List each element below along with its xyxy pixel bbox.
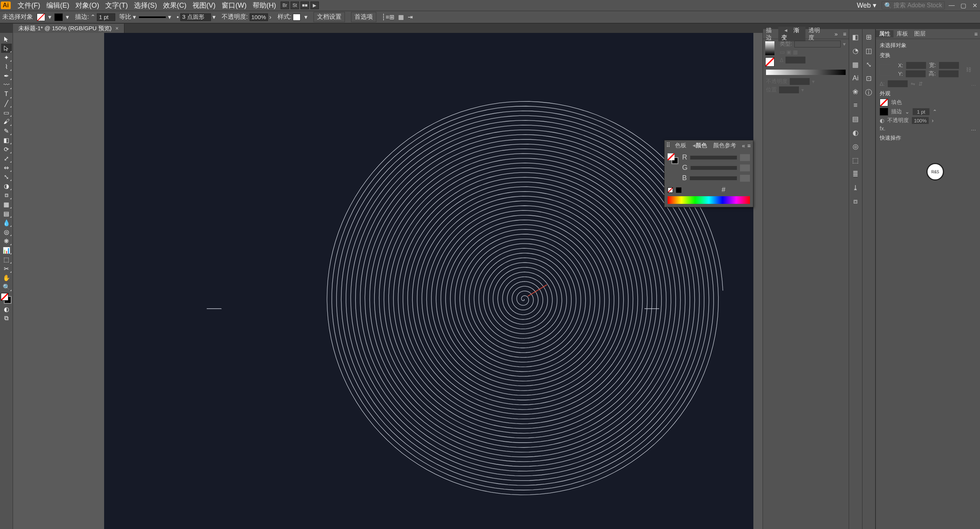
b-value[interactable] [740, 175, 750, 182]
stroke-profile[interactable]: 等比 [119, 13, 131, 21]
g-value[interactable] [740, 164, 750, 171]
selection-tool[interactable] [1, 34, 12, 44]
magic-wand-tool[interactable]: ✦ [1, 53, 12, 62]
r-slider[interactable] [690, 156, 737, 160]
appearance-icon[interactable]: ◎ [853, 142, 859, 151]
artboard-tool[interactable]: ⬚ [1, 255, 12, 264]
eraser-tool[interactable]: ◧ [1, 135, 12, 145]
increase-stroke-icon[interactable]: ⌃ [933, 109, 937, 115]
preferences-button[interactable]: 首选项 [351, 12, 376, 22]
opacity-icon[interactable]: ◐ [880, 117, 884, 124]
gradient-type-select[interactable] [794, 41, 841, 47]
more-options-icon[interactable]: … [971, 81, 976, 87]
tab-libraries[interactable]: 库板 [893, 30, 911, 37]
layers-icon[interactable]: ≣ [853, 170, 858, 178]
close-tab-icon[interactable]: × [116, 25, 119, 31]
panel-grip-icon[interactable]: ⠿ [665, 142, 672, 149]
color-themes-icon[interactable]: ◔ [853, 47, 859, 55]
angle-field[interactable] [888, 80, 908, 87]
panel-fill-stroke[interactable] [668, 153, 678, 164]
rectangle-tool[interactable]: ▭ [1, 108, 12, 117]
gpu-icon[interactable]: ▶ [310, 2, 319, 9]
minimize-button[interactable]: — [947, 1, 956, 10]
reference-point[interactable] [880, 64, 891, 75]
gradient-icon[interactable]: ▤ [852, 115, 859, 123]
snap-icon[interactable]: ▦ [398, 13, 404, 21]
gradient-ramp[interactable] [766, 70, 846, 75]
flip-h-icon[interactable]: ⇋ [911, 81, 915, 87]
fill-color-swatch[interactable] [880, 99, 888, 106]
gradient-tool[interactable]: ▤ [1, 209, 12, 218]
graphic-styles-icon[interactable]: ⬚ [852, 156, 859, 164]
paintbrush-tool[interactable]: 🖌 [1, 117, 12, 126]
mesh-tool[interactable]: ▦ [1, 200, 12, 209]
dock-menu-icon[interactable]: ≡ [841, 31, 849, 37]
pathfinder-icon[interactable]: ◫ [866, 47, 872, 55]
color-spectrum[interactable] [668, 196, 750, 204]
brush-preview[interactable] [139, 16, 166, 18]
align-toggle-icon[interactable]: ⊞ [389, 13, 394, 21]
document-setup-button[interactable]: 文档设置 [314, 12, 345, 22]
tab-layers[interactable]: 图层 [911, 30, 929, 37]
pen-tool[interactable]: ✒ [1, 71, 12, 80]
brushes-icon[interactable]: Ai [853, 74, 859, 82]
stroke-color-swatch[interactable] [880, 108, 888, 116]
search-stock[interactable]: 🔍 搜索 Adobe Stock [882, 1, 945, 10]
stock-icon[interactable]: St [291, 2, 299, 9]
appearance-more-icon[interactable]: … [971, 125, 976, 132]
color-icon[interactable]: ◧ [852, 33, 859, 41]
menu-effect[interactable]: 效果(C) [160, 0, 189, 11]
opacity-input[interactable] [250, 13, 268, 21]
menu-window[interactable]: 窗口(W) [219, 0, 250, 11]
scale-tool[interactable]: ⤢ [1, 154, 12, 163]
chevron-right-icon[interactable]: › [270, 14, 271, 21]
tab-color[interactable]: ◂颜色 [689, 142, 710, 149]
h-field[interactable] [939, 70, 959, 77]
maximize-button[interactable]: ▢ [959, 1, 968, 10]
more-icon[interactable]: ┆≡ [382, 13, 389, 21]
stroke-weight-input[interactable] [97, 13, 115, 21]
fx-button[interactable]: fx. [880, 125, 885, 132]
decrease-stroke-icon[interactable]: ⌄ [905, 109, 910, 115]
lasso-tool[interactable]: ⌇ [1, 62, 12, 71]
perspective-tool[interactable]: ⧈ [1, 190, 12, 200]
menu-edit[interactable]: 编辑(E) [43, 0, 72, 11]
blend-tool[interactable]: ◎ [1, 227, 12, 236]
navigator-icon[interactable]: ⊡ [866, 74, 872, 83]
document-tab[interactable]: 未标题-1* @ 150% (RGB/GPU 预览) × [13, 24, 124, 33]
menu-file[interactable]: 文件(F) [15, 0, 43, 11]
b-slider[interactable] [690, 176, 737, 180]
rotate-tool[interactable]: ⟳ [1, 145, 12, 154]
menu-object[interactable]: 对象(O) [72, 0, 102, 11]
menu-type[interactable]: 文字(T) [102, 0, 131, 11]
tab-color-guide[interactable]: 颜色参考 [710, 142, 739, 149]
stroke-swatch[interactable] [54, 13, 63, 21]
collapse-icon[interactable]: ⇥ [408, 13, 413, 21]
info-icon[interactable]: ⓘ [865, 88, 872, 97]
workspace-switcher[interactable]: Web ▾ [854, 0, 879, 11]
gradient-stroke-swatch[interactable] [765, 57, 774, 67]
decrease-icon[interactable]: ⌃ [90, 13, 95, 21]
graphic-style-swatch[interactable] [293, 14, 301, 21]
w-field[interactable] [939, 62, 959, 69]
line-tool[interactable]: ╱ [1, 99, 12, 108]
brush-def-input[interactable] [180, 13, 211, 21]
panel-collapse-icon[interactable]: « [742, 142, 745, 149]
y-field[interactable] [906, 70, 926, 77]
asset-export-icon[interactable]: ⤓ [853, 184, 858, 192]
symbol-sprayer-tool[interactable]: ❋ [1, 236, 12, 246]
swatches-icon[interactable]: ▦ [852, 60, 859, 69]
symbols-icon[interactable]: ❀ [853, 88, 858, 96]
screen-mode-icon[interactable]: ⧉ [1, 314, 12, 323]
none-swatch[interactable] [668, 187, 673, 193]
tab-swatches[interactable]: 色板 [672, 142, 689, 149]
shaper-tool[interactable]: ✎ [1, 126, 12, 135]
curvature-tool[interactable]: 〰 [1, 80, 12, 90]
stroke-icon[interactable]: ≡ [853, 101, 858, 109]
fill-stroke-control[interactable] [1, 293, 12, 304]
transform-icon[interactable]: ⤡ [866, 60, 872, 69]
link-wh-icon[interactable]: ⛓ [966, 67, 971, 73]
r-value[interactable] [740, 154, 750, 161]
opacity-value[interactable]: 100% [912, 117, 929, 124]
type-tool[interactable]: T [1, 90, 12, 99]
